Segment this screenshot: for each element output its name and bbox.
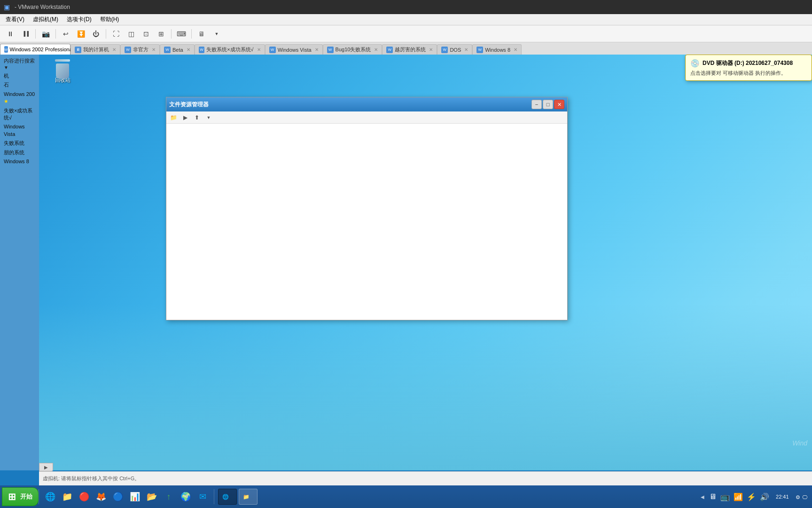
sidebar-search-label: 内容进行搜索 [4, 58, 35, 64]
tray-expand-icon[interactable]: ◀ [701, 494, 704, 500]
sidebar-item-vista[interactable]: Windows Vista [2, 123, 37, 138]
taskbar-folder2-icon[interactable]: 📂 [144, 489, 159, 504]
taskbar-unity-icon[interactable]: 🔴 [77, 489, 92, 504]
sidebar-search-arrow[interactable]: ▼ [4, 65, 8, 70]
notification-popup[interactable]: 💿 DVD 驱动器 (D:) 20210627_074308 点击选择要对 可移… [685, 55, 812, 81]
menu-tabs[interactable]: 选项卡(D) [63, 15, 95, 24]
tray-power-icon[interactable]: ⚡ [746, 492, 757, 502]
tray-settings-icon[interactable]: ⚙ [796, 494, 800, 500]
tray-network-icon[interactable]: 📶 [733, 492, 744, 502]
taskbar-ie-icon[interactable]: 🌐 [43, 489, 58, 504]
taskbar-chart-icon[interactable]: 📊 [127, 489, 142, 504]
tray-monitor-icon[interactable]: 🖥 [708, 492, 718, 502]
tab-close-unofficial[interactable]: ✕ [152, 47, 156, 52]
left-sidebar: 内容进行搜索 ▼ 机 石 Windows 200 ★ 失败×成功系统√ Wind… [0, 55, 39, 470]
tab-label-awesome: 越厉害的系统 [395, 46, 426, 53]
sidebar-item-failsuccess[interactable]: 失败×成功系统√ [2, 107, 37, 122]
display-dropdown[interactable]: ▼ [210, 28, 223, 40]
file-manager-title: 文件资源管理器 [169, 101, 209, 109]
taskbar-earth-icon[interactable]: 🌍 [178, 489, 193, 504]
taskbar-arrow-icon[interactable]: ↑ [161, 489, 176, 504]
vm-display[interactable]: 回收站 💿 DVD 驱动器 (D:) 20210627_074308 点击选择要… [39, 55, 812, 470]
start-button[interactable]: ⊞ 开始 [2, 487, 39, 506]
toolbar-sep4 [171, 29, 172, 39]
taskbar-firefox-icon[interactable]: 🦊 [94, 489, 109, 504]
sidebar-item-win200[interactable]: Windows 200 ★ [2, 90, 37, 106]
tab-label-vista: Windows Vista [278, 47, 312, 53]
send-keys-button[interactable]: ⌨ [175, 28, 188, 40]
tab-label-beta: Beta [172, 47, 183, 53]
taskbar-mail-icon[interactable]: ✉ [195, 489, 210, 504]
tab-bug10[interactable]: W Bug10失败系统 ✕ [323, 44, 383, 55]
sidebar-item-machine[interactable]: 机 [2, 72, 37, 80]
screenshot-button[interactable]: 📷 [39, 28, 52, 40]
fm-dropdown-btn[interactable]: ▼ [203, 113, 214, 122]
taskbar-chrome-icon[interactable]: 🔵 [110, 489, 125, 504]
tab-windows8[interactable]: W Windows 8 ✕ [472, 44, 522, 55]
tab-close-dos[interactable]: ✕ [464, 47, 468, 52]
tab-close-bug10[interactable]: ✕ [374, 47, 378, 52]
tab-icon-bug10: W [327, 47, 334, 53]
tab-close-awesome[interactable]: ✕ [429, 47, 433, 52]
file-manager-minimize[interactable]: − [531, 100, 542, 109]
suspend-button[interactable]: ⏬ [74, 28, 87, 40]
menu-help[interactable]: 帮助(H) [96, 15, 123, 24]
tray-screen-icon[interactable]: 📺 [719, 492, 731, 502]
tab-label-unofficial: 非官方 [133, 46, 148, 53]
left-scroll-btn[interactable]: ▶ [39, 463, 53, 471]
tab-dos[interactable]: W DOS ✕ [437, 44, 472, 55]
file-manager-titlebar: 文件资源管理器 − □ ✕ [166, 97, 567, 111]
tray-speaker-icon[interactable]: 🔊 [759, 492, 770, 502]
tab-windows2002[interactable]: W Windows 2002 Professional ☆ ✕ [0, 44, 70, 55]
fit-button[interactable]: ⊡ [140, 28, 153, 40]
revert-button[interactable]: ↩ [59, 28, 72, 40]
sidebar-item-friend[interactable]: 朋的系统 [2, 149, 37, 157]
taskbar-clock: 22:41 [772, 494, 793, 500]
tab-icon-vista: W [269, 47, 276, 53]
sidebar-search: 内容进行搜索 ▼ [2, 56, 37, 71]
fm-up-btn[interactable]: ⬆ [192, 113, 202, 122]
pause-button[interactable]: ⏸ [4, 28, 17, 40]
tab-mycomputer[interactable]: 🖥 我的计算机 ✕ [70, 44, 120, 55]
taskbar-folder-icon[interactable]: 📁 [60, 489, 75, 504]
tray-display-icon[interactable]: 🖵 [802, 494, 807, 500]
fm-forward-btn[interactable]: ▶ [180, 113, 190, 122]
fullscreen-button[interactable]: ⛶ [109, 28, 123, 40]
taskbar-item-explorer[interactable]: 📁 [239, 489, 258, 505]
tab-failsuccess[interactable]: W 失败系统×成功系统√ ✕ [195, 44, 265, 55]
display-button[interactable]: 🖥 [195, 28, 208, 40]
toolbar-sep5 [191, 29, 192, 39]
tab-unofficial[interactable]: W 非官方 ✕ [120, 44, 160, 55]
tab-beta[interactable]: W Beta ✕ [160, 44, 195, 55]
tab-awesome[interactable]: W 越厉害的系统 ✕ [382, 44, 437, 55]
file-manager-close[interactable]: ✕ [554, 100, 564, 109]
tray-bottom-icons: ⚙ 🖵 [795, 492, 808, 502]
unity-button[interactable]: ◫ [125, 28, 138, 40]
sidebar-item-win8[interactable]: Windows 8 [2, 158, 37, 166]
stretch-button[interactable]: ⊞ [155, 28, 168, 40]
pause-btn2[interactable]: ▐▐ [19, 28, 32, 40]
menu-view[interactable]: 查看(V) [2, 15, 28, 24]
dvd-icon: 💿 [690, 59, 700, 68]
notification-title-text: DVD 驱动器 (D:) 20210627_074308 [703, 59, 793, 67]
notification-title: 💿 DVD 驱动器 (D:) 20210627_074308 [690, 59, 807, 68]
fm-folder-btn[interactable]: 📁 [168, 113, 179, 122]
sidebar-item-fail[interactable]: 失败系统 [2, 139, 37, 147]
tab-close-win8[interactable]: ✕ [514, 47, 517, 52]
clock-time-display: 22:41 [776, 494, 789, 500]
file-manager-maximize[interactable]: □ [543, 100, 553, 109]
tab-close-beta[interactable]: ✕ [187, 47, 190, 52]
menu-vm[interactable]: 虚拟机(M) [29, 15, 62, 24]
desktop-icon-recycle[interactable]: 回收站 [48, 59, 77, 83]
tab-vista[interactable]: W Windows Vista ✕ [265, 44, 323, 55]
shutdown-button[interactable]: ⏻ [89, 28, 102, 40]
tab-close-failsuccess[interactable]: ✕ [257, 47, 261, 52]
tab-close-vista[interactable]: ✕ [315, 47, 319, 52]
sidebar-item-stone[interactable]: 石 [2, 81, 37, 89]
recycle-bin-image [54, 59, 71, 76]
notification-body: 点击选择要对 可移动驱动器 执行的操作。 [690, 70, 807, 77]
vmware-menubar: 查看(V) 虚拟机(M) 选项卡(D) 帮助(H) [0, 14, 812, 25]
bin-body [56, 64, 69, 79]
taskbar-item-ie[interactable]: 🌐 [218, 489, 237, 505]
tab-close-mycomputer[interactable]: ✕ [112, 47, 116, 52]
